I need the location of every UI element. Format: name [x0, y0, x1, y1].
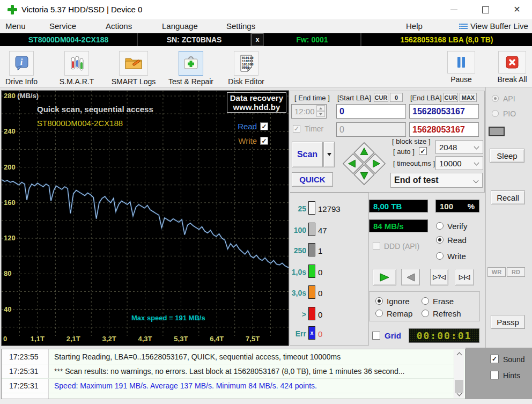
stat-count: 0	[318, 289, 322, 298]
verify-radio[interactable]	[436, 222, 444, 230]
spinner-down-button[interactable]	[316, 111, 325, 117]
start-lba-input[interactable]: 0	[336, 104, 406, 119]
spinner-up-button[interactable]	[316, 105, 325, 111]
scan-button[interactable]: Scan	[292, 142, 323, 167]
dpad-control[interactable]	[341, 140, 388, 187]
sound-label: Sound	[503, 355, 524, 364]
menu-item-help[interactable]: Help	[406, 21, 423, 31]
drive-info-icon: i	[13, 55, 30, 72]
end-time-value: 12:00	[294, 107, 315, 116]
test-repair-button[interactable]: Test & Repair	[165, 51, 217, 86]
menu-item-settings[interactable]: Settings	[226, 21, 255, 31]
scan-dropdown-button[interactable]	[323, 142, 335, 167]
ddd-checkbox[interactable]	[373, 242, 380, 249]
stat-swatch	[308, 285, 315, 299]
y-axis-tick: 120	[4, 234, 16, 241]
read-radio[interactable]	[436, 236, 444, 244]
toolbar: i Drive Info S.M.A.R.T SMART Logs	[0, 46, 532, 87]
menu-item-language[interactable]: Language	[162, 21, 198, 31]
device-model: ST8000DM004-2CX188	[0, 33, 138, 46]
pause-button[interactable]: Pause	[445, 51, 477, 84]
scroll-down-button[interactable]	[454, 390, 464, 398]
speed-graph-panel: 280 (MB/s)2402001601208040 01,1T2,1T3,2T…	[1, 90, 289, 346]
menu-item-service[interactable]: Service	[49, 21, 76, 31]
smart-label: S.M.A.R.T	[56, 77, 97, 86]
stat-label: 3,0s	[291, 289, 306, 297]
block-size-value: 2048	[439, 143, 457, 152]
quick-button[interactable]: QUICK	[292, 172, 333, 187]
titlebar: Victoria 5.37 HDD/SSD | Device 0 ✕	[0, 0, 532, 19]
hints-checkbox[interactable]	[490, 371, 499, 379]
timeout-select[interactable]: 10000	[435, 156, 483, 170]
menu-item-menu[interactable]: Menu	[5, 21, 26, 31]
auto-checkbox[interactable]: ✓	[419, 147, 427, 155]
panel-divider	[485, 87, 486, 348]
recall-button[interactable]: Recall	[491, 190, 525, 204]
end-lba-current-field: 15628053167	[409, 122, 479, 137]
smart-logs-button[interactable]: SMART Logs	[109, 51, 158, 86]
end-time-label: [ End time ]	[294, 94, 330, 102]
api-radio[interactable]	[492, 95, 499, 102]
device-bar: ST8000DM004-2CX188 SN: ZCT0BNAS x Fw: 00…	[0, 33, 532, 46]
close-button[interactable]: ✕	[503, 0, 531, 19]
minimize-button[interactable]	[440, 0, 468, 19]
progress-display: 100 %	[435, 200, 479, 212]
maximize-button[interactable]	[471, 0, 499, 19]
write-checkbox[interactable]: ✓	[260, 137, 268, 145]
break-icon	[506, 56, 519, 69]
device-deselect-button[interactable]: x	[252, 33, 264, 46]
step-back-button[interactable]	[401, 269, 420, 285]
grid-checkbox[interactable]	[372, 332, 380, 340]
passp-button[interactable]: Passp	[491, 315, 525, 329]
end-lba-max-button[interactable]: MAX	[460, 93, 477, 102]
progress-value: 100	[440, 202, 453, 211]
device-capacity: 15628053168 LBA (8,0 TB)	[361, 33, 532, 46]
smart-button[interactable]: S.M.A.R.T	[56, 51, 97, 86]
log-options-panel: ✓ Sound Hints	[466, 348, 532, 401]
seek-end-button[interactable]: ▷|◁	[455, 269, 474, 285]
defect-action-group: Ignore Erase Remap Refresh	[369, 291, 480, 321]
menu-item-actions[interactable]: Actions	[106, 21, 132, 31]
seek-unknown-button[interactable]: ▷?◁	[430, 269, 448, 285]
end-of-test-select[interactable]: End of test	[390, 173, 483, 188]
start-lba-cur-button[interactable]: CUR	[374, 93, 388, 102]
break-all-button[interactable]: Break All	[493, 51, 531, 84]
stat-label: Err	[291, 329, 306, 338]
rd-button[interactable]: RD	[507, 267, 525, 277]
watermark-line1: Data recovery	[230, 93, 283, 102]
x-axis-tick: 4,3T	[138, 335, 152, 343]
stat-label: 250	[291, 246, 306, 255]
read-checkbox[interactable]: ✓	[260, 122, 268, 130]
end-lba-cur-button[interactable]: CUR	[444, 93, 458, 102]
log-scrollbar[interactable]	[454, 350, 464, 398]
ignore-radio[interactable]	[375, 297, 383, 305]
stat-label: 25	[291, 204, 306, 213]
start-lba-zero-button[interactable]: 0	[390, 93, 403, 102]
sleep-button[interactable]: Sleep	[490, 149, 524, 163]
stat-swatch	[308, 265, 315, 278]
write-mode-label: Write	[447, 252, 466, 261]
scroll-up-button[interactable]	[454, 350, 464, 358]
svg-text:0001: 0001	[242, 65, 250, 69]
end-lba-input[interactable]: 15628053167	[409, 104, 479, 119]
stat-count: 12793	[318, 204, 341, 214]
wr-button[interactable]: WR	[487, 267, 506, 277]
end-time-spinner[interactable]: 12:00	[291, 104, 327, 119]
remap-radio[interactable]	[375, 310, 383, 317]
drive-info-button[interactable]: i Drive Info	[2, 51, 41, 86]
log-row: 17:25:31 *** Scan results: no warnings, …	[2, 364, 454, 379]
log-text: Starting Reading, LBA=0..15628053167, QU…	[54, 352, 446, 361]
disk-editor-button[interactable]: 010110 110011 101000 0001 Disk Editor	[226, 51, 266, 86]
view-buffer-live-button[interactable]: View Buffer Live	[470, 21, 528, 31]
block-size-label: [ block size ]	[392, 137, 431, 145]
start-button[interactable]	[373, 269, 396, 285]
start-lba-current-field: 0	[336, 122, 406, 137]
refresh-radio[interactable]	[422, 310, 429, 317]
sound-checkbox[interactable]: ✓	[490, 355, 499, 363]
write-radio[interactable]	[436, 252, 444, 260]
pio-radio[interactable]	[492, 110, 499, 117]
block-size-select[interactable]: 2048	[435, 140, 483, 154]
timer-checkbox[interactable]: ✓	[293, 125, 300, 133]
erase-radio[interactable]	[422, 297, 429, 305]
test-repair-label: Test & Repair	[165, 77, 217, 86]
